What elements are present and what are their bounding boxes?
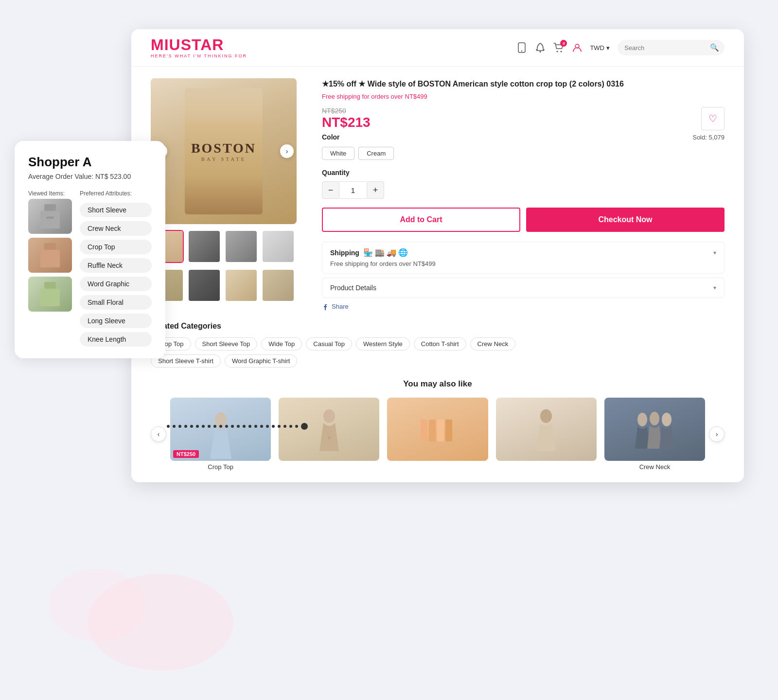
pref-tag-2: Crop Top [80,240,152,254]
carousel-prev-button[interactable]: ‹ [151,426,166,442]
you-may-also-like: You may also like ‹ NT$250 Crop Top [151,368,725,471]
svg-rect-19 [445,420,452,441]
sold-label: Sold: 5,079 [692,134,725,141]
product-content: BOSTON BAY STATE ‹ › [131,67,744,322]
search-icon[interactable]: 🔍 [710,43,719,52]
quantity-section: Quantity − 1 + [322,169,725,199]
viewed-item-1[interactable]: shirt [28,199,72,234]
color-cream-btn[interactable]: Cream [358,147,394,160]
ymal-img-2 [387,398,488,461]
ymal-carousel: ‹ NT$250 Crop Top [151,398,725,471]
color-options: White Cream [322,147,725,160]
action-buttons: Add to Cart Checkout Now [322,208,725,232]
color-white-btn[interactable]: White [322,147,354,160]
mobile-icon[interactable] [516,42,528,53]
svg-rect-1 [40,211,60,228]
user-icon[interactable] [571,42,583,53]
thumb-4[interactable] [262,230,295,263]
ymal-item-1[interactable]: ☺ [279,398,379,471]
svg-point-22 [650,412,659,425]
pref-tag-5: Small Floral [80,295,152,310]
quantity-controls: − 1 + [322,181,725,199]
pref-tag-4: Word Graphic [80,277,152,291]
pref-tag-1: Crew Neck [80,221,152,236]
svg-point-8 [521,51,522,52]
bg-decoration-2 [49,569,146,642]
svg-rect-17 [429,420,436,441]
product-images: BOSTON BAY STATE ‹ › [151,78,306,310]
color-row: Color Sold: 5,079 [322,133,725,141]
search-bar[interactable]: 🔍 [618,40,725,55]
cart-icon[interactable]: 0 [553,42,565,53]
shipping-icon-2: 🏬 [375,248,385,257]
svg-point-10 [557,51,558,52]
search-input[interactable] [624,44,706,52]
thumbnail-row-1 [151,230,306,263]
share-label: Share [332,303,349,310]
color-label: Color [322,133,340,141]
wishlist-button[interactable]: ♡ [701,107,725,130]
cat-tag-5[interactable]: Cotton T-shirt [414,337,466,350]
product-details-chevron-icon: ▾ [713,284,716,291]
ymal-img-4 [604,398,705,461]
preferred-attributes: Preferred Attributes: Short Sleeve Crew … [80,190,152,347]
logo-area: MIUSTAR HERE'S WHAT I'M THINKING FOR [151,37,247,58]
ymal-item-3[interactable] [496,398,597,471]
shipping-icon-4: 🌐 [398,248,408,257]
product-title: ★15% off ★ Wide style of BOSTON American… [322,78,725,90]
cat-tag-6[interactable]: Crew Neck [470,337,516,350]
ymal-item-2[interactable] [387,398,488,471]
svg-rect-0 [44,204,56,211]
bottom-section: Related Categories Crop Top Short Sleeve… [131,322,744,482]
cat-tag-1[interactable]: Short Sleeve Top [195,337,258,350]
add-to-cart-button[interactable]: Add to Cart [322,208,520,232]
quantity-value: 1 [339,181,367,199]
thumb-7[interactable] [225,269,258,302]
thumb-8[interactable] [262,269,295,302]
thumb-2[interactable] [188,230,221,263]
image-next-button[interactable]: › [280,144,294,158]
site-logo: MIUSTAR [151,37,247,52]
cat-tag-3[interactable]: Casual Top [306,337,352,350]
site-tagline: HERE'S WHAT I'M THINKING FOR [151,53,247,58]
new-price: NT$213 [322,115,371,130]
viewed-items-list: shirt [28,199,72,312]
notification-icon[interactable] [534,42,546,53]
product-details-panel: ★15% off ★ Wide style of BOSTON American… [306,78,725,310]
cat-tag-2[interactable]: Wide Top [261,337,302,350]
currency-selector[interactable]: TWD ▾ [590,44,610,52]
shipping-header: Shipping 🏪 🏬 🚚 🌐 ▾ [330,248,716,257]
svg-text:☺: ☺ [327,436,331,440]
svg-rect-4 [40,250,60,267]
old-price: NT$250 [322,107,371,115]
ymal-label-4: Crew Neck [604,463,705,471]
ymal-item-0[interactable]: NT$250 Crop Top [170,398,271,471]
svg-point-11 [561,51,562,52]
shipping-chevron-icon[interactable]: ▾ [713,249,716,256]
free-shipping-promo: Free shipping for orders over NT$499 [322,93,725,100]
related-cats-title: Related Categories [151,322,725,331]
ymal-item-4[interactable]: Crew Neck [604,398,705,471]
thumb-6[interactable] [188,269,221,302]
price-badge-0: NT$250 [173,450,199,458]
share-row[interactable]: Share [322,303,725,310]
pref-tag-0: Short Sleeve [80,203,152,217]
shipping-section: Shipping 🏪 🏬 🚚 🌐 ▾ Free shipping for ord… [322,242,725,274]
viewed-item-3[interactable] [28,277,72,312]
thumb-3[interactable] [225,230,258,263]
ymal-items-list: NT$250 Crop Top ☺ [170,398,705,471]
checkout-now-button[interactable]: Checkout Now [526,208,725,232]
related-categories: Related Categories Crop Top Short Sleeve… [151,322,725,368]
quantity-increase-button[interactable]: + [367,181,384,199]
svg-point-9 [540,51,541,52]
carousel-next-button[interactable]: › [709,426,725,442]
shipping-icon-3: 🚚 [387,248,396,257]
viewed-item-2[interactable] [28,238,72,273]
cat-tag-4[interactable]: Western Style [356,337,410,350]
product-details-label: Product Details [330,284,376,292]
quantity-decrease-button[interactable]: − [322,181,339,199]
svg-text:shirt: shirt [46,215,54,220]
cat-tag-8[interactable]: Word Graphic T-shirt [225,354,297,368]
header-right: 0 TWD ▾ 🔍 [516,40,725,55]
product-details-accordion[interactable]: Product Details ▾ [322,278,725,298]
